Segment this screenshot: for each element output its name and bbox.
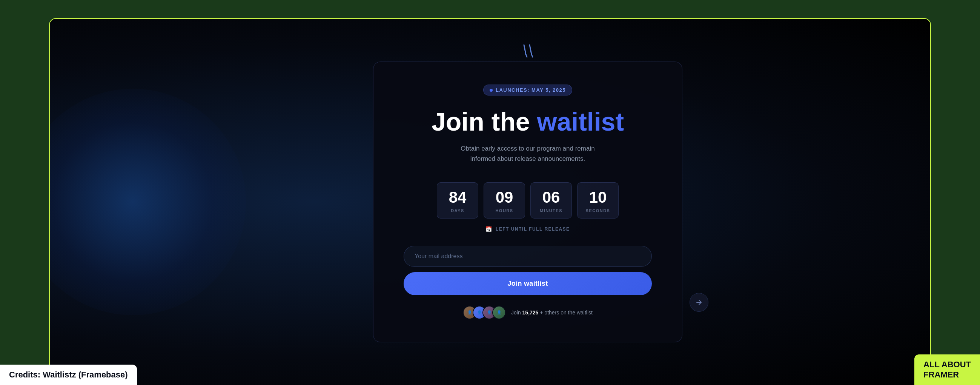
seconds-value: 10 (581, 190, 614, 205)
countdown-seconds: 10 SECONDS (577, 182, 619, 219)
subtitle: Obtain early access to our program and r… (449, 144, 607, 164)
launch-badge: LAUNCHES: MAY 5, 2025 (483, 85, 572, 96)
countdown-minutes: 06 MINUTES (530, 182, 572, 219)
browser-frame: LAUNCHES: MAY 5, 2025 Join the waitlist … (49, 18, 931, 385)
credits-badge: Credits: Waitlistz (Framebase) (0, 364, 137, 385)
heading-highlight: waitlist (537, 107, 624, 136)
social-text: Join 15,725 + others on the waitlist (511, 310, 593, 316)
credits-text: Credits: Waitlistz (Framebase) (9, 370, 128, 379)
release-label: LEFT UNTIL FULL RELEASE (496, 227, 570, 232)
heading-part1: Join the (431, 107, 537, 136)
glow-orb (49, 89, 246, 315)
minutes-value: 06 (535, 190, 568, 205)
calendar-icon: 📅 (485, 226, 493, 232)
social-join-prefix: Join (511, 310, 522, 316)
arrow-decoration (516, 41, 539, 66)
hours-label: HOURS (488, 208, 521, 213)
avatar-4: 👤 (492, 306, 506, 320)
minutes-label: MINUTES (535, 208, 568, 213)
social-suffix: + others on the waitlist (538, 310, 593, 316)
join-waitlist-button[interactable]: Join waitlist (404, 272, 652, 295)
email-input[interactable] (404, 246, 652, 267)
days-label: DAYS (441, 208, 474, 213)
main-heading: Join the waitlist (404, 107, 652, 136)
next-arrow-button[interactable] (690, 293, 708, 312)
framer-text-line2: FRAMER (923, 370, 971, 380)
main-card: LAUNCHES: MAY 5, 2025 Join the waitlist … (373, 62, 682, 342)
countdown-days: 84 DAYS (437, 182, 478, 219)
seconds-label: SECONDS (581, 208, 614, 213)
days-value: 84 (441, 190, 474, 205)
page-background: LAUNCHES: MAY 5, 2025 Join the waitlist … (50, 19, 930, 385)
badge-dot (490, 89, 493, 92)
framer-badge: ALL ABOUT FRAMER (914, 355, 980, 385)
social-proof: 👤 👤 👤 👤 Join 15,725 + others on the wait… (404, 306, 652, 320)
countdown-hours: 09 HOURS (484, 182, 525, 219)
avatar-group: 👤 👤 👤 👤 (463, 306, 506, 320)
framer-text-line1: ALL ABOUT (923, 360, 971, 369)
badge-text: LAUNCHES: MAY 5, 2025 (496, 87, 566, 93)
avatar-img-4: 👤 (493, 307, 505, 319)
hours-value: 09 (488, 190, 521, 205)
release-text: 📅 LEFT UNTIL FULL RELEASE (404, 226, 652, 232)
social-count: 15,725 (522, 310, 539, 316)
countdown: 84 DAYS 09 HOURS 06 MINUTES 10 SECONDS (404, 182, 652, 219)
